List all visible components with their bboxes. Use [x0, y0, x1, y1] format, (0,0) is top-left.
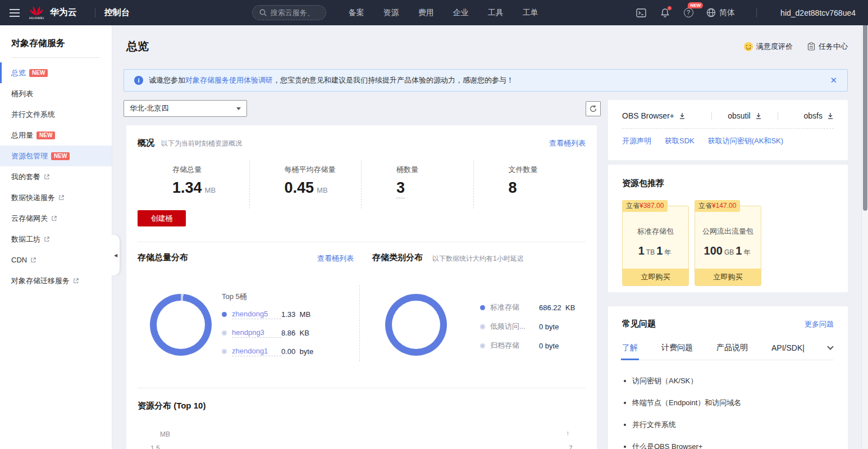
satisfaction-survey-button[interactable]: 满意度评价 [744, 42, 793, 52]
huawei-flower-icon [29, 6, 44, 16]
stat-bucket-count: 桶数量 3 [362, 160, 474, 208]
package-name: 公网流出流量包 [695, 226, 761, 237]
sidebar-item-bucket-list[interactable]: 桶列表 [0, 83, 112, 104]
sidebar-item-parallel-fs[interactable]: 并行文件系统 [0, 104, 112, 125]
cli-terminal-icon[interactable] [636, 7, 647, 19]
sidebar-item-cdn[interactable]: CDN [0, 250, 112, 270]
get-ak-sk-link[interactable]: 获取访问密钥(AK和SK) [708, 136, 783, 146]
menu-item-billing[interactable]: 费用 [418, 8, 434, 18]
language-label: 简体 [719, 8, 735, 18]
menu-item-ticket[interactable]: 工单 [523, 8, 538, 18]
notifications-bell-icon[interactable] [659, 7, 670, 19]
legend-dot-inactive [222, 330, 227, 335]
obs-browser-download[interactable]: OBS Browser+ [622, 111, 706, 120]
sidebar-item-label: CDN [11, 256, 27, 264]
stat-value: 0.45 [285, 179, 314, 196]
menu-item-beian[interactable]: 备案 [349, 8, 364, 18]
page-header-actions: 满意度评价 任务中心 [744, 42, 848, 52]
sidebar-item-label: 总览 [11, 68, 26, 78]
search-icon [259, 9, 267, 16]
search-placeholder: 搜索云服务、 [271, 8, 314, 18]
huawei-logo-text: HUAWEI [29, 16, 44, 20]
get-sdk-link[interactable]: 获取SDK [665, 136, 695, 146]
sidebar-item-overview[interactable]: 总览 NEW [0, 62, 112, 83]
topbar-left: HUAWEI 华为云 控制台 [0, 0, 130, 25]
dashed-divider [622, 128, 834, 129]
sidebar-item-oms[interactable]: 对象存储迁移服务 [0, 270, 112, 291]
promo-standard-storage[interactable]: 立省¥387.00 标准存储包 1TB1年 立即购买 [622, 206, 689, 286]
faq-item-ak-sk[interactable]: 访问密钥（AK/SK） [632, 376, 834, 386]
hamburger-menu-icon[interactable] [0, 0, 29, 25]
faq-item-obs-browser[interactable]: 什么是OBS Browser+ [632, 442, 834, 449]
menu-item-enterprise[interactable]: 企业 [453, 8, 469, 18]
faq-tabs: 了解 计费问题 产品说明 API/SDK| [622, 343, 834, 360]
faq-tab-learn[interactable]: 了解 [622, 343, 638, 353]
account-username[interactable]: hid_d2et88tcv768ue4 [780, 8, 856, 17]
menu-item-resources[interactable]: 资源 [383, 8, 399, 18]
faq-tab-billing[interactable]: 计费问题 [661, 343, 693, 353]
storage-total-donut-chart [150, 294, 212, 356]
obsfs-download[interactable]: obsfs [783, 111, 834, 120]
topbar-divider-2 [756, 8, 757, 17]
sidebar-item-resource-packages[interactable]: 资源包管理 NEW [0, 146, 112, 166]
stat-label: 文件数量 [509, 165, 586, 175]
storage-total-dist-title: 存储总量分布 [138, 252, 188, 263]
promo-outbound-traffic[interactable]: 立省¥147.00 公网流出流量包 100GB1年 立即购买 [695, 206, 761, 286]
refresh-icon [589, 105, 597, 113]
value: 686.22 [539, 303, 561, 312]
search-input[interactable]: 搜索云服务、 [252, 5, 326, 20]
service-title: 对象存储服务 [0, 25, 112, 57]
survey-link[interactable]: 对象存储服务使用体验调研 [185, 75, 273, 85]
divider [778, 112, 778, 120]
top-nav-bar: HUAWEI 华为云 控制台 搜索云服务、 备案 资源 费用 企业 工具 工单 [0, 0, 868, 25]
faq-item-endpoint[interactable]: 终端节点（Endpoint）和访问域名 [632, 398, 834, 408]
tabs-chevron-down-icon[interactable] [827, 343, 833, 350]
sidebar-item-data-workshop[interactable]: 数据工坊 [0, 229, 112, 250]
sidebar-item-my-packages[interactable]: 我的套餐 [0, 166, 112, 187]
package-term-unit: 年 [664, 248, 671, 256]
bucket-link[interactable]: zhendong5 [232, 310, 281, 319]
more-questions-link[interactable]: 更多问题 [805, 319, 834, 329]
faq-list: 访问密钥（AK/SK） 终端节点（Endpoint）和访问域名 并行文件系统 什… [632, 376, 834, 449]
obsutil-download[interactable]: obsutil [717, 111, 773, 120]
buy-now-button[interactable]: 立即购买 [623, 269, 688, 285]
page-scrollbar-thumb[interactable] [863, 25, 867, 211]
page-header: 总览 满意度评价 任务中心 [126, 39, 848, 54]
console-link[interactable]: 控制台 [104, 7, 130, 18]
view-bucket-list-link[interactable]: 查看桶列表 [549, 138, 586, 148]
sidebar-item-label: 我的套餐 [11, 172, 40, 182]
package-qty: 100 [704, 244, 723, 257]
bucket-link[interactable]: hendpng3 [232, 328, 281, 338]
banner-close-icon[interactable]: ✕ [830, 75, 837, 85]
external-link-icon [58, 194, 65, 201]
legend-value: 0 byte [539, 342, 559, 350]
region-selector[interactable]: 华北-北京四 [124, 100, 247, 117]
buy-now-button[interactable]: 立即购买 [695, 269, 761, 285]
legend-row: 标准存储 686.22 KB [480, 302, 592, 313]
sidebar-item-label: 总用量 [11, 130, 33, 140]
refresh-button[interactable] [586, 101, 601, 116]
sidebar-collapse-handle[interactable]: ◀ [112, 235, 120, 275]
help-icon[interactable]: ? NEW [683, 7, 694, 19]
menu-item-tools[interactable]: 工具 [488, 8, 504, 18]
huawei-logo[interactable]: HUAWEI [29, 6, 44, 20]
sidebar-item-total-usage[interactable]: 总用量 NEW [0, 125, 112, 146]
stat-value[interactable]: 3 [396, 179, 405, 198]
page-scrollbar-track[interactable] [861, 25, 868, 449]
language-switcher[interactable]: 简体 [706, 8, 735, 18]
open-source-notice-link[interactable]: 开源声明 [622, 136, 651, 146]
create-bucket-button[interactable]: 创建桶 [138, 210, 186, 226]
legend-dot-inactive [480, 324, 485, 329]
task-center-button[interactable]: 任务中心 [807, 42, 848, 52]
view-bucket-list-link-2[interactable]: 查看桶列表 [317, 253, 354, 264]
bucket-link[interactable]: zhendong1 [232, 347, 281, 356]
sidebar-item-data-express[interactable]: 数据快递服务 [0, 187, 112, 208]
faq-tab-api-sdk[interactable]: API/SDK| [771, 343, 805, 352]
faq-header: 常见问题 更多问题 [622, 319, 834, 329]
faq-tab-product[interactable]: 产品说明 [716, 343, 748, 353]
right-axis-arrow: ↑ [566, 429, 570, 437]
faq-item-parallel-fs[interactable]: 并行文件系统 [632, 420, 834, 430]
legend-row: hendpng3 8.86 KB [222, 328, 313, 338]
sidebar-item-storage-gateway[interactable]: 云存储网关 [0, 208, 112, 229]
brand-name[interactable]: 华为云 [50, 7, 77, 19]
